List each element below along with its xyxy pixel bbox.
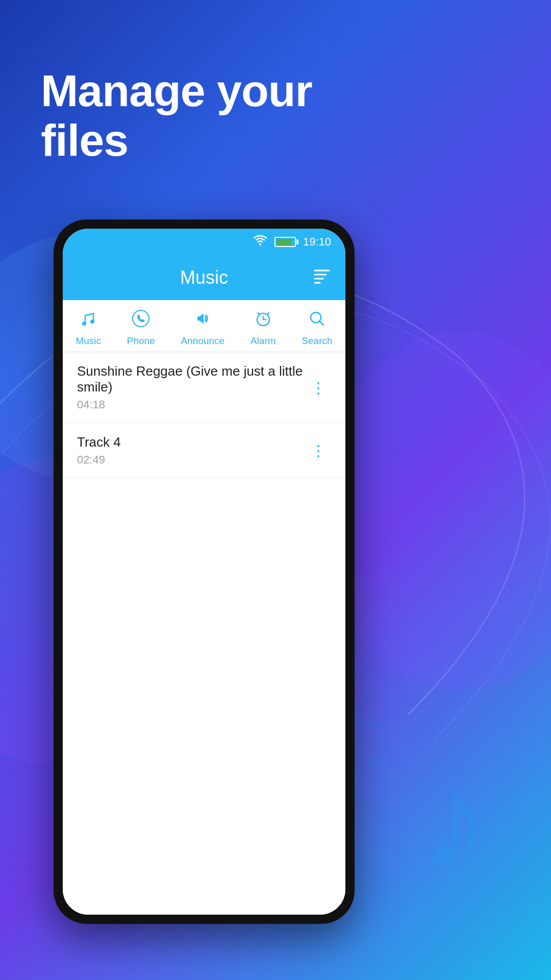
- tab-alarm[interactable]: Alarm: [251, 309, 276, 347]
- phone-screen: 19:10 Music: [63, 229, 345, 915]
- track-info: Track 4 02:49: [77, 434, 121, 467]
- track-item[interactable]: Track 4 02:49 ⋮: [63, 423, 345, 478]
- phone-outer: 19:10 Music: [54, 219, 355, 924]
- sort-icon[interactable]: [313, 266, 331, 289]
- battery-indicator: [274, 237, 296, 247]
- hero-line1: Manage your: [41, 66, 312, 116]
- hero-line2: files: [41, 116, 312, 165]
- track-item[interactable]: Sunshine Reggae (Give me just a little s…: [63, 352, 345, 423]
- tab-music-label: Music: [76, 335, 101, 347]
- tab-music[interactable]: Music: [76, 309, 101, 347]
- tab-announce[interactable]: Announce: [181, 309, 225, 347]
- svg-point-11: [90, 320, 94, 324]
- tab-phone[interactable]: Phone: [127, 309, 155, 347]
- track-menu-button[interactable]: ⋮: [307, 437, 331, 463]
- track-duration: 02:49: [77, 453, 121, 467]
- hero-text: Manage your files: [41, 66, 312, 165]
- svg-line-19: [319, 321, 323, 325]
- app-title: Music: [180, 267, 228, 288]
- track-duration: 04:18: [77, 398, 307, 411]
- search-icon: [308, 309, 326, 332]
- tab-bar: Music Phone: [63, 300, 345, 352]
- status-time: 19:10: [303, 235, 331, 249]
- tab-search[interactable]: Search: [302, 309, 332, 347]
- track-name: Sunshine Reggae (Give me just a little s…: [77, 363, 307, 395]
- svg-text:♪: ♪: [418, 739, 490, 898]
- track-name: Track 4: [77, 434, 121, 450]
- svg-point-5: [259, 243, 261, 246]
- tab-phone-label: Phone: [127, 335, 155, 347]
- track-menu-button[interactable]: ⋮: [307, 375, 331, 401]
- phone-icon: [132, 309, 150, 332]
- battery-fill: [277, 239, 291, 245]
- tab-search-label: Search: [302, 335, 332, 347]
- battery-icon: [274, 237, 296, 247]
- alarm-icon: [254, 309, 272, 332]
- music-icon: [79, 309, 97, 332]
- svg-line-17: [267, 313, 269, 314]
- svg-point-10: [82, 322, 86, 326]
- wifi-icon: [253, 235, 267, 249]
- track-info: Sunshine Reggae (Give me just a little s…: [77, 363, 307, 411]
- phone-mockup: 19:10 Music: [54, 219, 355, 924]
- app-bar: Music: [63, 255, 345, 300]
- status-bar: 19:10: [63, 229, 345, 255]
- tab-announce-label: Announce: [181, 335, 225, 347]
- announce-icon: [193, 309, 212, 332]
- track-list: Sunshine Reggae (Give me just a little s…: [63, 352, 345, 915]
- tab-alarm-label: Alarm: [251, 335, 276, 347]
- svg-point-12: [133, 310, 149, 327]
- svg-line-16: [258, 313, 259, 314]
